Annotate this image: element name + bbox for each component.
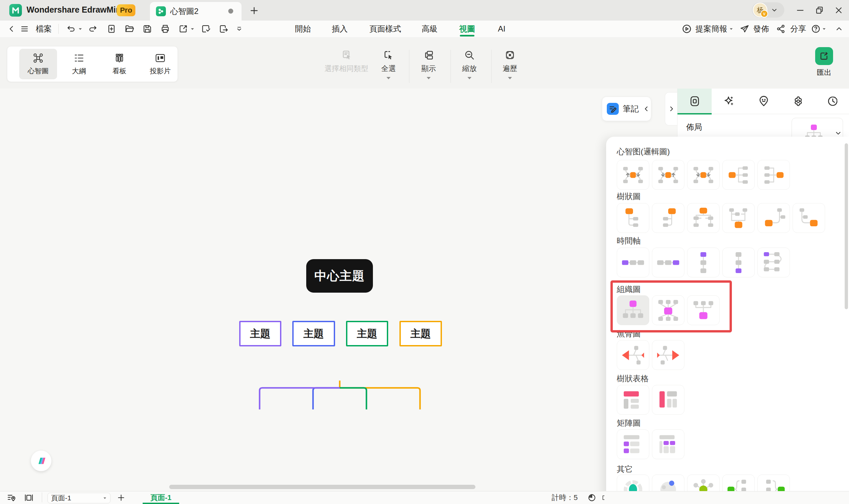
document-tab-title: 心智圖2 (170, 6, 198, 17)
layout-card-tl-h-last[interactable] (652, 248, 684, 277)
new-file-button[interactable] (106, 21, 118, 37)
restore-button[interactable] (814, 5, 825, 16)
undo-dropdown[interactable] (78, 21, 83, 37)
back-button[interactable] (6, 21, 17, 37)
menu-4[interactable]: 高級 (422, 21, 438, 37)
layout-card-fish-right[interactable] (652, 340, 684, 370)
dropdown-caret-icon[interactable] (427, 77, 431, 79)
minimize-button[interactable] (795, 5, 806, 16)
dropdown-caret-icon[interactable] (386, 77, 391, 79)
topic-node-3[interactable]: 主題 (346, 321, 388, 346)
menu-3[interactable]: 頁面樣式 (369, 21, 401, 37)
layout-card-tl-h-first[interactable] (617, 248, 649, 277)
mouse-mode-button[interactable] (587, 491, 599, 504)
share-out-button[interactable] (177, 21, 189, 37)
publish-button[interactable]: 發佈 (751, 21, 771, 37)
document-tab[interactable]: 心智圖2 (150, 2, 241, 21)
notes-button[interactable]: 筆記 (602, 96, 651, 121)
layout-card-fish-left[interactable] (617, 340, 649, 370)
tab-sticker[interactable] (746, 89, 781, 114)
layout-card-org-mid[interactable] (652, 295, 684, 325)
dropdown-caret-icon[interactable] (508, 77, 512, 79)
present-play-icon[interactable] (681, 21, 693, 37)
layout-card-mm-both-2[interactable] (652, 160, 684, 190)
undo-button[interactable] (65, 21, 77, 37)
page-select-dropdown[interactable]: 頁面-1 (48, 493, 110, 503)
topic-node-1[interactable]: 主題 (239, 321, 281, 346)
share-icon[interactable] (775, 21, 787, 37)
mode-button-4[interactable]: 投影片 (141, 49, 179, 79)
task-check-button[interactable] (200, 21, 212, 37)
topic-node-4[interactable]: 主題 (399, 321, 442, 346)
file-menu[interactable]: 檔案 (33, 21, 54, 37)
toolbar-collapse-button[interactable] (234, 21, 244, 37)
tab-clipart[interactable] (781, 89, 815, 114)
mode-button-1[interactable]: 心智圖 (19, 49, 57, 79)
save-button[interactable] (141, 21, 153, 37)
main-menu-button[interactable] (19, 21, 31, 37)
help-button[interactable] (810, 21, 821, 37)
layout-section-title: 魚骨圖 (617, 328, 640, 339)
share-button[interactable]: 分享 (788, 21, 808, 37)
export-file-button[interactable] (218, 21, 230, 37)
layout-card-tr-1[interactable] (617, 203, 649, 233)
layout-card-tr-5[interactable] (757, 203, 790, 233)
print-button[interactable] (159, 21, 171, 37)
layout-card-tl-v-last[interactable] (722, 248, 755, 277)
layout-card-mx-rows[interactable] (617, 429, 649, 459)
layout-card-tr-3[interactable] (687, 203, 720, 233)
panel-collapse-button[interactable] (665, 92, 678, 125)
layout-card-tt-top[interactable] (617, 385, 649, 415)
dropdown-caret-icon[interactable] (468, 77, 471, 79)
page-tab[interactable]: 頁面-1 (143, 491, 179, 504)
divider (451, 50, 451, 83)
edrawmind-assistant-button[interactable] (31, 451, 51, 471)
layout-card-mm-right[interactable] (722, 160, 755, 190)
close-button[interactable] (833, 5, 844, 16)
menu-2[interactable]: 插入 (332, 21, 348, 37)
menu-5[interactable]: 視圖 (459, 21, 475, 37)
layout-card-mx-cols[interactable] (652, 429, 684, 459)
redo-button[interactable] (87, 21, 99, 37)
tab-history[interactable] (815, 89, 849, 114)
export-button[interactable]: 匯出 (815, 47, 833, 78)
layout-card-org-up[interactable] (687, 295, 720, 325)
menu-1[interactable]: 開始 (295, 21, 311, 37)
dropdown-scrollbar[interactable] (845, 143, 848, 309)
app-logo-icon (9, 4, 22, 17)
mode-button-2[interactable]: 大綱 (60, 49, 98, 79)
layout-card-mm-both-3[interactable] (687, 160, 720, 190)
new-tab-button[interactable] (249, 5, 259, 16)
add-page-button[interactable] (114, 491, 128, 504)
layout-card-tr-2[interactable] (652, 203, 684, 233)
open-file-button[interactable] (123, 21, 136, 37)
tab-layout-style[interactable] (678, 89, 712, 114)
menu-6[interactable]: AI (498, 21, 506, 37)
canvas-horizontal-scrollbar[interactable] (169, 485, 475, 489)
layout-card-mm-left[interactable] (757, 160, 790, 190)
outline-pin-button[interactable] (7, 491, 20, 504)
layout-card-tr-4[interactable] (722, 203, 755, 233)
layout-card-tr-6[interactable] (793, 203, 825, 233)
topic-node-2[interactable]: 主題 (292, 321, 335, 346)
present-button[interactable]: 提案簡報 (693, 21, 733, 37)
account-menu[interactable]: 杨 V (752, 2, 784, 18)
layout-card-org-down[interactable] (617, 295, 649, 325)
layout-card-tt-left[interactable] (652, 385, 684, 415)
tab-ai-sparkle[interactable] (712, 89, 746, 114)
focus-frame-button[interactable] (24, 491, 37, 504)
publish-icon[interactable] (739, 21, 751, 37)
tool-traverse[interactable]: 遍歷 (478, 48, 541, 79)
layout-card-tl-v-first[interactable] (687, 248, 720, 277)
central-topic-node[interactable]: 中心主題 (306, 259, 373, 293)
help-dropdown[interactable] (821, 21, 827, 37)
vip-badge: V (760, 10, 768, 18)
fullscreen-button[interactable] (601, 491, 608, 504)
mode-button-3[interactable]: 看板 (101, 49, 138, 79)
ribbon-collapse-button[interactable] (833, 21, 845, 37)
share-out-dropdown[interactable] (190, 21, 195, 37)
app-title: Wondershare EdrawMind (26, 5, 126, 15)
export-icon (815, 47, 833, 65)
layout-card-mm-both-1[interactable] (617, 160, 649, 190)
layout-card-tl-snake[interactable] (757, 248, 790, 277)
